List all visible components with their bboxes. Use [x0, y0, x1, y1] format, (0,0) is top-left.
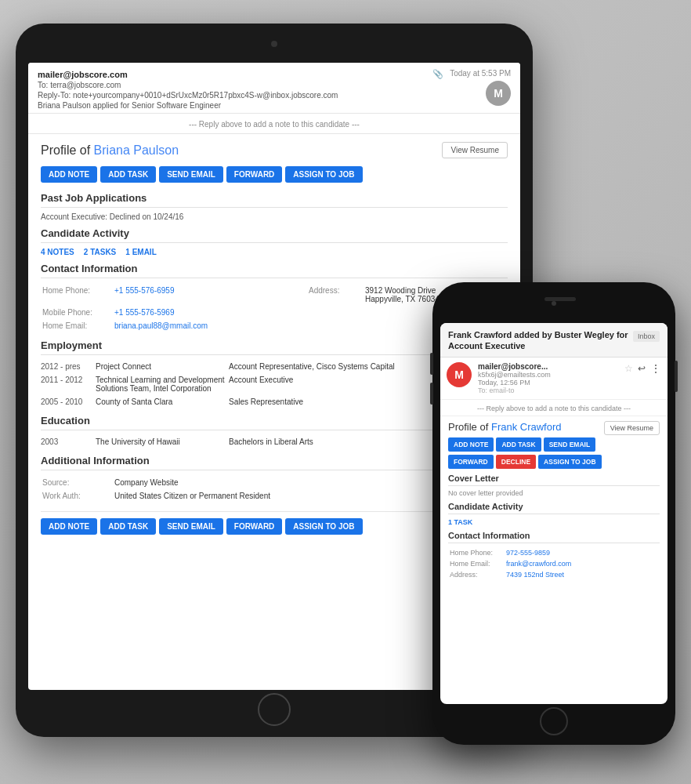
reply-note: --- Reply above to add a note to this ca…: [28, 114, 520, 134]
email-from: mailer@jobscore.com: [38, 70, 128, 79]
email-to: To: terra@jobscore.com: [38, 81, 443, 89]
phone-email-address: k5fx6j@emailtests.com: [478, 371, 624, 379]
table-row: Home Email: frank@crawford.com: [450, 559, 658, 568]
phone-email-time: Today, 12:56 PM: [478, 379, 624, 387]
phone-cover-letter-text: No cover letter provided: [448, 489, 660, 497]
email-link[interactable]: 1 EMAIL: [125, 248, 156, 256]
email-avatar: M: [486, 81, 511, 106]
phone-content: View Resume Profile of Frank Crawford AD…: [440, 416, 667, 586]
send-email-button-bottom[interactable]: SEND EMAIL: [159, 518, 223, 535]
email-time: Today at 5:53 PM: [450, 69, 511, 78]
activity-links: 4 NOTES 2 TASKS 1 EMAIL: [41, 248, 508, 256]
profile-header: Profile of Briana Paulson View Resume: [41, 142, 508, 158]
notification-title: Frank Crawford added by Buster Wegley fo…: [448, 329, 660, 352]
home-email-label: Home Email:: [42, 320, 113, 332]
send-email-button-top[interactable]: SEND EMAIL: [159, 166, 223, 183]
forward-button-bottom[interactable]: FORWARD: [226, 518, 282, 535]
phone-device: Inbox Frank Crawford added by Buster Weg…: [432, 282, 675, 745]
tablet-camera: [271, 41, 277, 47]
more-icon[interactable]: ⋮: [650, 362, 661, 375]
past-jobs-title: Past Job Applications: [41, 192, 508, 208]
candidate-activity-title: Candidate Activity: [41, 227, 508, 243]
phone-home-phone-value[interactable]: 972-555-9859: [506, 549, 550, 557]
candidate-name-link[interactable]: Briana Paulson: [94, 143, 179, 157]
forward-button-top[interactable]: FORWARD: [226, 166, 282, 183]
phone-avatar: M: [447, 362, 472, 387]
phone-email-header: M mailer@jobscore... k5fx6j@emailtests.c…: [440, 358, 667, 400]
assign-to-job-button-top[interactable]: ASSIGN TO JOB: [285, 166, 362, 183]
view-resume-button[interactable]: View Resume: [442, 142, 508, 158]
phone-assign-to-job-button[interactable]: ASSIGN TO JOB: [538, 455, 601, 469]
phone-email-to: To: email-to: [478, 387, 624, 394]
phone-forward-button[interactable]: FORWARD: [448, 455, 494, 469]
phone-address-label: Address:: [450, 570, 505, 579]
table-row: Address: 7439 152nd Street: [450, 570, 658, 579]
attachment-icon: 📎: [432, 69, 443, 79]
source-label: Source:: [42, 477, 113, 488]
past-jobs-entry: Account Executive: Declined on 10/24/16: [41, 212, 508, 221]
phone-add-note-button[interactable]: ADD NOTE: [448, 437, 494, 452]
phone-camera: [552, 301, 556, 306]
phone-notification-header: Inbox Frank Crawford added by Buster Weg…: [440, 323, 667, 358]
address-label: Address:: [293, 285, 364, 305]
inbox-badge: Inbox: [633, 331, 660, 342]
add-note-button-top[interactable]: ADD NOTE: [41, 166, 97, 183]
phone-action-icons: ☆ ↩ ⋮: [624, 362, 661, 375]
phone-screen: Inbox Frank Crawford added by Buster Weg…: [440, 323, 667, 704]
phone-decline-button[interactable]: DECLINE: [496, 455, 536, 469]
mobile-phone-value[interactable]: +1 555-576-5969: [114, 308, 174, 317]
add-task-button-bottom[interactable]: ADD TASK: [100, 518, 156, 535]
phone-home-phone-label: Home Phone:: [450, 548, 505, 557]
star-icon[interactable]: ☆: [624, 363, 633, 374]
phone-vol-down[interactable]: [430, 383, 433, 405]
phone-vol-up[interactable]: [430, 353, 433, 375]
home-phone-label: Home Phone:: [42, 285, 113, 305]
work-auth-label: Work Auth:: [42, 490, 113, 502]
phone-contact-title: Contact Information: [448, 531, 660, 543]
contact-title: Contact Information: [41, 263, 508, 278]
phone-view-resume-button[interactable]: View Resume: [604, 421, 660, 435]
phone-email-meta: mailer@jobscore... k5fx6j@emailtests.com…: [478, 362, 624, 394]
phone-home-button[interactable]: [540, 707, 568, 735]
phone-email-from: mailer@jobscore...: [478, 362, 624, 371]
phone-cover-letter-title: Cover Letter: [448, 474, 660, 486]
phone-side-button[interactable]: [675, 361, 678, 392]
tablet-home-button[interactable]: [258, 693, 291, 726]
home-email-value[interactable]: briana.paul88@mmail.com: [114, 321, 208, 330]
phone-contact-table: Home Phone: 972-555-9859 Home Email: fra…: [448, 546, 660, 581]
reply-icon[interactable]: ↩: [638, 363, 646, 374]
phone-address-value[interactable]: 7439 152nd Street: [506, 571, 564, 579]
email-header: mailer@jobscore.com 📎 To: terra@jobscore…: [28, 63, 520, 114]
profile-title: Profile of Briana Paulson: [41, 143, 179, 158]
add-note-button-bottom[interactable]: ADD NOTE: [41, 518, 97, 535]
phone-speaker: [544, 297, 576, 301]
phone-candidate-name-link[interactable]: Frank Crawford: [491, 421, 562, 433]
table-row: Home Phone: 972-555-9859: [450, 548, 658, 557]
notes-link[interactable]: 4 NOTES: [41, 248, 74, 256]
email-reply-to: Reply-To: note+yourcompany+0010+dSrUxcMz…: [38, 91, 443, 100]
assign-to-job-button-bottom[interactable]: ASSIGN TO JOB: [285, 518, 362, 535]
home-phone-value[interactable]: +1 555-576-6959: [114, 286, 174, 295]
email-subject: Briana Paulson applied for Senior Softwa…: [38, 101, 443, 110]
phone-activity-title: Candidate Activity: [448, 502, 660, 514]
mobile-phone-label: Mobile Phone:: [42, 307, 113, 318]
phone-tasks-link[interactable]: 1 TASK: [448, 518, 472, 526]
phone-action-row-1: ADD NOTE ADD TASK SEND EMAIL: [448, 437, 660, 452]
phone-send-email-button[interactable]: SEND EMAIL: [544, 437, 595, 452]
phone-reply-note: --- Reply above to add a note to this ca…: [440, 400, 667, 416]
phone-action-row-2: FORWARD DECLINE ASSIGN TO JOB: [448, 455, 660, 469]
phone-add-task-button[interactable]: ADD TASK: [496, 437, 541, 452]
phone-home-email-value[interactable]: frank@crawford.com: [506, 560, 571, 568]
phone-home-email-label: Home Email:: [450, 559, 505, 568]
add-task-button-top[interactable]: ADD TASK: [100, 166, 156, 183]
action-buttons-top: ADD NOTE ADD TASK SEND EMAIL FORWARD ASS…: [41, 166, 508, 183]
tasks-link[interactable]: 2 TASKS: [84, 248, 117, 256]
